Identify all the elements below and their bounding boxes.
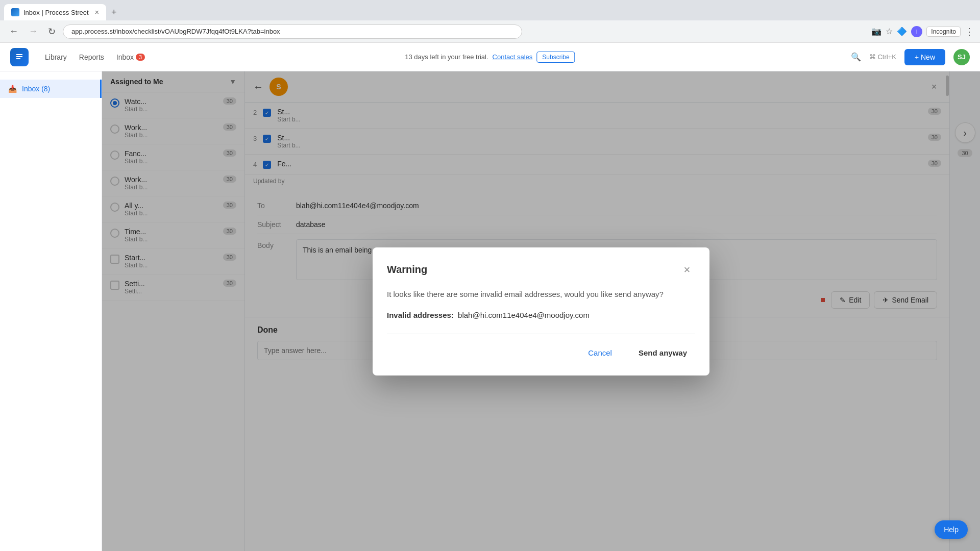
- search-icon[interactable]: 🔍: [851, 52, 861, 62]
- refresh-button[interactable]: ↻: [45, 24, 59, 39]
- profile-icon[interactable]: I: [911, 26, 922, 37]
- invalid-addresses-value: blah@hi.com11e404e4@moodjoy.com: [458, 311, 590, 319]
- sidebar-inbox-label: Inbox (8): [22, 85, 50, 93]
- dialog-header: Warning ×: [373, 247, 709, 288]
- warning-dialog: Warning × It looks like there are some i…: [373, 247, 709, 375]
- tab-favicon: [11, 8, 19, 16]
- incognito-label: Incognito: [931, 28, 956, 35]
- browser-toolbar: ← → ↻ 📷 ☆ 🔷 I Incognito ⋮: [0, 20, 980, 43]
- menu-icon[interactable]: ⋮: [965, 26, 974, 37]
- contact-sales-link[interactable]: Contact sales: [493, 53, 533, 61]
- send-anyway-button[interactable]: Send anyway: [630, 344, 695, 361]
- browser-chrome: Inbox | Process Street × +: [0, 0, 980, 20]
- subscribe-button[interactable]: Subscribe: [536, 52, 575, 63]
- nav-reports[interactable]: Reports: [79, 53, 104, 61]
- camera-icon: 📷: [871, 27, 881, 36]
- inbox-icon: 📥: [8, 85, 17, 93]
- bookmark-icon[interactable]: ☆: [886, 27, 893, 36]
- sidebar: 📥 Inbox (8): [0, 71, 102, 551]
- inbox-badge: 3: [136, 54, 145, 61]
- forward-nav-button[interactable]: →: [26, 24, 41, 39]
- search-hint: ⌘ Ctrl+K: [869, 53, 896, 61]
- incognito-button[interactable]: Incognito: [926, 27, 961, 37]
- help-button[interactable]: Help: [935, 520, 968, 539]
- warning-dialog-wrapper: Warning × It looks like there are some i…: [102, 71, 980, 551]
- address-bar[interactable]: [63, 24, 522, 39]
- dialog-message: It looks like there are some invalid ema…: [387, 288, 695, 300]
- app-nav: Library Reports Inbox 3: [45, 53, 145, 61]
- dialog-footer: Cancel Send anyway: [373, 334, 709, 375]
- app-header: Library Reports Inbox 3 13 days left in …: [0, 43, 980, 71]
- dialog-title: Warning: [387, 264, 427, 276]
- tab-title: Inbox | Process Street: [23, 9, 89, 16]
- cancel-button[interactable]: Cancel: [580, 344, 620, 361]
- invalid-label: Invalid addresses:: [387, 311, 454, 319]
- back-nav-button[interactable]: ←: [6, 24, 21, 39]
- dialog-invalid-addresses: Invalid addresses: blah@hi.com11e404e4@m…: [387, 311, 695, 319]
- new-button[interactable]: + New: [904, 49, 945, 65]
- dialog-close-button[interactable]: ×: [679, 262, 695, 278]
- browser-tab[interactable]: Inbox | Process Street ×: [4, 4, 106, 20]
- new-tab-button[interactable]: +: [106, 4, 122, 20]
- nav-inbox[interactable]: Inbox 3: [116, 53, 145, 61]
- dialog-body: It looks like there are some invalid ema…: [373, 288, 709, 334]
- nav-library[interactable]: Library: [45, 53, 67, 61]
- avatar[interactable]: SJ: [953, 49, 970, 65]
- sidebar-item-inbox[interactable]: 📥 Inbox (8): [0, 80, 102, 98]
- app-logo: [10, 48, 29, 66]
- extensions-icon[interactable]: 🔷: [897, 27, 907, 36]
- trial-text: 13 days left in your free trial. Contact…: [405, 52, 575, 63]
- tab-close-icon[interactable]: ×: [95, 8, 99, 16]
